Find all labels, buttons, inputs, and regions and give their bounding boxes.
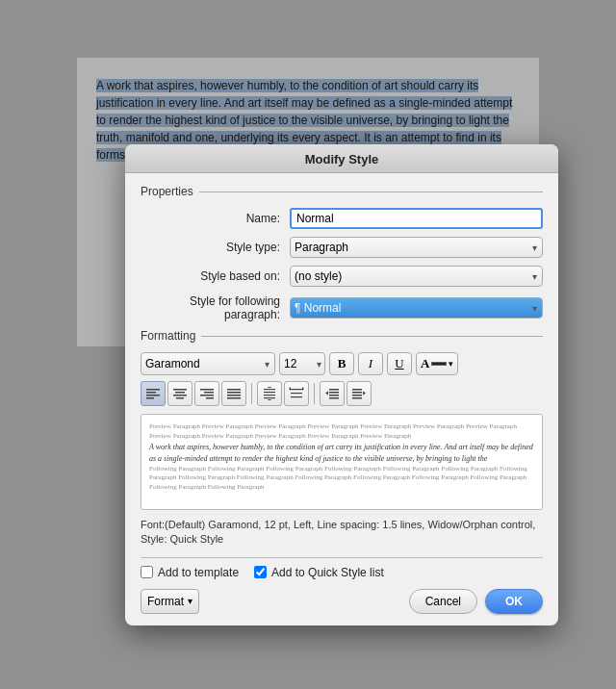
svg-rect-24 bbox=[291, 396, 302, 397]
align-right-button[interactable] bbox=[194, 381, 219, 406]
svg-rect-35 bbox=[352, 397, 362, 399]
font-description: Font:(Default) Garamond, 12 pt, Left, Li… bbox=[141, 518, 543, 548]
name-label: Name: bbox=[141, 212, 290, 225]
svg-rect-19 bbox=[264, 397, 275, 398]
style-based-wrapper: (no style) bbox=[290, 266, 543, 287]
svg-rect-34 bbox=[352, 395, 362, 396]
svg-rect-29 bbox=[329, 395, 339, 396]
color-dropdown-arrow: ▾ bbox=[449, 359, 453, 369]
svg-rect-30 bbox=[329, 397, 339, 399]
ok-button[interactable]: OK bbox=[485, 589, 543, 614]
distribute-icon bbox=[289, 387, 304, 400]
svg-marker-31 bbox=[325, 392, 328, 396]
style-following-select[interactable]: ¶ Normal bbox=[290, 297, 543, 319]
svg-rect-28 bbox=[329, 392, 339, 394]
alignment-row bbox=[141, 381, 543, 406]
name-control bbox=[290, 208, 543, 229]
svg-rect-4 bbox=[173, 389, 187, 391]
svg-rect-33 bbox=[352, 392, 362, 394]
svg-marker-25 bbox=[289, 387, 291, 391]
svg-rect-5 bbox=[175, 392, 185, 394]
cancel-button[interactable]: Cancel bbox=[409, 589, 477, 614]
align-justify-button[interactable] bbox=[221, 381, 246, 406]
format-dropdown-button[interactable]: Format bbox=[141, 589, 199, 614]
svg-marker-26 bbox=[302, 387, 304, 391]
distribute-button[interactable] bbox=[284, 381, 309, 406]
svg-marker-21 bbox=[268, 399, 271, 400]
style-following-control: ¶ Normal bbox=[290, 297, 543, 319]
style-based-label: Style based on: bbox=[141, 269, 290, 283]
add-to-template-label[interactable]: Add to template bbox=[141, 566, 239, 579]
preview-main-text: A work that aspires, however humbly, to … bbox=[149, 442, 534, 465]
underline-button[interactable]: U bbox=[387, 352, 412, 375]
style-type-control: Paragraph bbox=[290, 237, 543, 258]
svg-rect-0 bbox=[146, 389, 160, 391]
svg-rect-12 bbox=[227, 389, 241, 391]
svg-rect-14 bbox=[227, 395, 241, 396]
align-center-icon bbox=[173, 388, 187, 399]
properties-section-label: Properties bbox=[141, 185, 543, 198]
dialog-body: Properties Name: Style type: Paragraph S… bbox=[125, 173, 558, 625]
separator-2 bbox=[314, 383, 315, 404]
svg-rect-7 bbox=[176, 397, 184, 399]
style-following-label: Style for following paragraph: bbox=[141, 294, 290, 321]
increase-indent-icon bbox=[352, 388, 366, 399]
add-to-template-checkbox[interactable] bbox=[141, 566, 153, 578]
right-buttons: Cancel OK bbox=[409, 589, 543, 614]
single-space-button[interactable] bbox=[257, 381, 282, 406]
increase-indent-button[interactable] bbox=[346, 381, 372, 406]
svg-rect-9 bbox=[204, 392, 214, 394]
preview-following-text: Following Paragraph Following Paragraph … bbox=[149, 465, 534, 493]
formatting-section: Formatting Garamond 12 B I U A bbox=[141, 329, 543, 548]
preview-preceding-text: Preview Paragraph Preview Paragraph Prev… bbox=[149, 422, 534, 442]
svg-rect-11 bbox=[206, 397, 214, 399]
single-space-icon bbox=[263, 387, 276, 400]
svg-rect-15 bbox=[227, 397, 241, 399]
style-following-wrapper: ¶ Normal bbox=[290, 297, 543, 319]
svg-rect-6 bbox=[173, 395, 187, 396]
add-to-quick-checkbox[interactable] bbox=[254, 566, 267, 578]
font-select[interactable]: Garamond bbox=[141, 352, 275, 375]
align-justify-icon bbox=[227, 388, 241, 399]
align-left-icon bbox=[146, 388, 160, 399]
style-type-label: Style type: bbox=[141, 241, 290, 254]
font-controls-row: Garamond 12 B I U A ▾ bbox=[141, 352, 543, 375]
svg-rect-23 bbox=[291, 393, 302, 394]
color-swatch bbox=[431, 362, 447, 366]
svg-rect-27 bbox=[329, 389, 339, 391]
modify-style-dialog: Modify Style Properties Name: Style type… bbox=[125, 144, 558, 625]
svg-rect-3 bbox=[146, 397, 154, 399]
formatting-section-label: Formatting bbox=[141, 329, 543, 343]
style-based-control: (no style) bbox=[290, 266, 543, 287]
size-select[interactable]: 12 bbox=[279, 352, 325, 375]
divider bbox=[141, 557, 543, 558]
svg-rect-22 bbox=[291, 389, 302, 390]
style-based-select[interactable]: (no style) bbox=[290, 266, 543, 287]
svg-marker-36 bbox=[363, 392, 366, 396]
svg-rect-18 bbox=[264, 395, 275, 396]
align-right-icon bbox=[200, 388, 214, 399]
font-select-wrapper: Garamond bbox=[141, 352, 275, 375]
add-to-quick-label[interactable]: Add to Quick Style list bbox=[254, 566, 384, 579]
align-left-button[interactable] bbox=[141, 381, 166, 406]
svg-rect-32 bbox=[352, 389, 362, 391]
align-center-button[interactable] bbox=[167, 381, 192, 406]
svg-rect-17 bbox=[264, 392, 275, 393]
svg-rect-16 bbox=[264, 389, 275, 390]
svg-marker-20 bbox=[268, 387, 271, 388]
style-following-row: Style for following paragraph: ¶ Normal bbox=[141, 294, 543, 321]
button-row: Format Cancel OK bbox=[141, 589, 543, 614]
style-type-select[interactable]: Paragraph bbox=[290, 237, 543, 258]
decrease-indent-button[interactable] bbox=[320, 381, 345, 406]
font-color-button[interactable]: A ▾ bbox=[416, 352, 458, 375]
preview-box: Preview Paragraph Preview Paragraph Prev… bbox=[141, 414, 543, 510]
font-color-letter: A bbox=[421, 356, 429, 371]
italic-button[interactable]: I bbox=[358, 352, 383, 375]
style-type-row: Style type: Paragraph bbox=[141, 237, 543, 258]
style-type-wrapper: Paragraph bbox=[290, 237, 543, 258]
size-select-wrapper: 12 bbox=[279, 352, 325, 375]
name-input[interactable] bbox=[290, 208, 543, 229]
bottom-checkboxes-row: Add to template Add to Quick Style list bbox=[141, 566, 543, 579]
svg-rect-2 bbox=[146, 395, 160, 396]
bold-button[interactable]: B bbox=[329, 352, 354, 375]
